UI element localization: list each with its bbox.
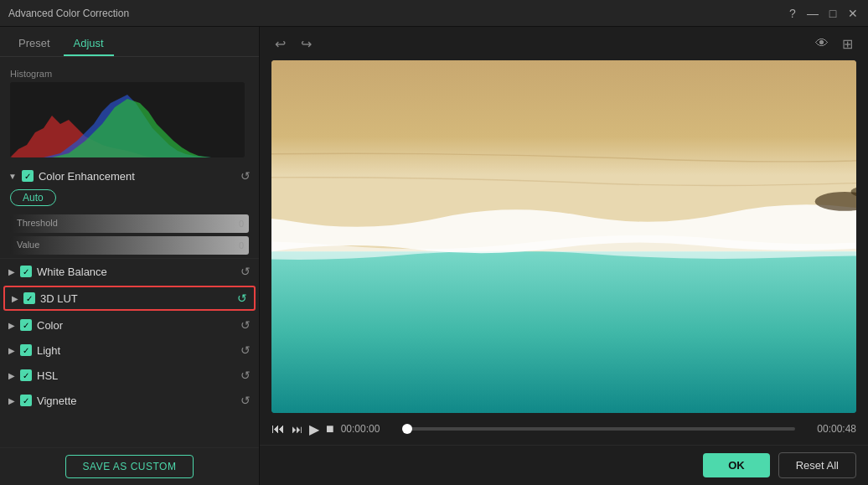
progress-bar[interactable] (402, 427, 795, 431)
light-reset-icon[interactable]: ↺ (240, 343, 251, 357)
color-reset-icon[interactable]: ↺ (240, 318, 251, 332)
white-balance-checkbox[interactable]: ✓ (20, 266, 32, 277)
white-balance-reset-icon[interactable]: ↺ (240, 265, 251, 278)
chevron-icon: ▶ (12, 294, 18, 303)
section-left: ▼ ✓ Color Enhancement (8, 170, 135, 183)
help-button[interactable]: ? (786, 7, 799, 20)
bottom-bar: SAVE AS CUSTOM (0, 447, 259, 485)
color-enhancement-label: Color Enhancement (39, 170, 135, 183)
chevron-icon: ▶ (8, 321, 15, 330)
threshold-value: 0 (239, 219, 244, 229)
toolbar: ↩ ↪ 👁 ⊞ (260, 27, 868, 60)
progress-handle[interactable] (402, 424, 412, 434)
ok-button[interactable]: OK (703, 453, 770, 477)
tab-bar: Preset Adjust (0, 27, 259, 57)
threshold-row: Threshold 0 (10, 214, 249, 233)
value-row: Value 0 (10, 236, 249, 255)
section-3d-lut[interactable]: ▶ ✓ 3D LUT ↺ (5, 287, 254, 309)
tab-preset[interactable]: Preset (8, 32, 60, 56)
redo-button[interactable]: ↪ (297, 34, 315, 54)
white-balance-label: White Balance (37, 266, 107, 278)
vignette-checkbox[interactable]: ✓ (20, 395, 32, 406)
window-controls: ? — □ ✕ (786, 7, 860, 20)
value-value: 0 (239, 240, 244, 250)
time-end: 00:00:48 (802, 423, 856, 435)
svg-rect-1 (271, 251, 856, 413)
histogram-canvas (10, 82, 245, 157)
maximize-button[interactable]: □ (826, 7, 840, 20)
save-as-custom-button[interactable]: SAVE AS CUSTOM (65, 455, 194, 478)
panel-scroll-area[interactable]: Histogram ▼ ✓ Color E (0, 57, 259, 447)
section-vignette[interactable]: ▶ ✓ Vignette ↺ (0, 388, 259, 413)
vignette-reset-icon[interactable]: ↺ (240, 394, 251, 407)
section-hsl[interactable]: ▶ ✓ HSL ↺ (0, 363, 259, 388)
hsl-label: HSL (37, 369, 58, 382)
time-start: 00:00:00 (341, 423, 395, 435)
hsl-checkbox[interactable]: ✓ (20, 369, 32, 381)
3d-lut-label: 3D LUT (40, 292, 78, 305)
play-button[interactable]: ▶ (309, 421, 319, 437)
action-bar: OK Reset All (260, 445, 868, 485)
threshold-slider[interactable]: Threshold 0 (10, 214, 249, 233)
toolbar-left: ↩ ↪ (271, 34, 315, 54)
color-enhancement-checkbox[interactable]: ✓ (22, 170, 34, 182)
minimize-button[interactable]: — (806, 7, 819, 20)
step-back-button[interactable]: ⏭ (292, 423, 302, 436)
threshold-label: Threshold (17, 218, 58, 228)
stop-button[interactable]: ■ (326, 421, 334, 436)
histogram-label: Histogram (10, 69, 249, 79)
light-label: Light (37, 344, 60, 357)
auto-button[interactable]: Auto (10, 189, 56, 206)
color-enhancement-header: ▼ ✓ Color Enhancement ↺ (0, 164, 259, 188)
chevron-icon: ▶ (8, 396, 15, 405)
chevron-icon: ▶ (8, 267, 15, 276)
main-layout: Preset Adjust Histogram (0, 27, 868, 485)
tab-adjust[interactable]: Adjust (64, 32, 114, 56)
light-checkbox[interactable]: ✓ (20, 344, 32, 356)
eye-button[interactable]: 👁 (812, 34, 832, 53)
color-checkbox[interactable]: ✓ (20, 319, 32, 331)
value-label: Value (17, 240, 39, 250)
sections-list: ▶ ✓ White Balance ↺ ▶ ✓ 3D LUT ↺ (0, 258, 259, 413)
section-white-balance[interactable]: ▶ ✓ White Balance ↺ (0, 259, 259, 284)
color-label: Color (37, 319, 63, 332)
section-light[interactable]: ▶ ✓ Light ↺ (0, 338, 259, 363)
chevron-icon[interactable]: ▼ (8, 172, 17, 181)
chevron-icon: ▶ (8, 346, 15, 355)
right-panel: ↩ ↪ 👁 ⊞ (260, 27, 868, 485)
value-slider[interactable]: Value 0 (10, 236, 249, 255)
vignette-label: Vignette (37, 395, 76, 407)
window-title: Advanced Color Correction (8, 8, 129, 19)
3d-lut-reset-icon[interactable]: ↺ (237, 292, 247, 305)
left-panel: Preset Adjust Histogram (0, 27, 260, 485)
playback-bar: ⏮ ⏭ ▶ ■ 00:00:00 00:00:48 (260, 413, 868, 445)
undo-button[interactable]: ↩ (271, 34, 289, 54)
reset-all-button[interactable]: Reset All (778, 452, 856, 478)
titlebar: Advanced Color Correction ? — □ ✕ (0, 0, 868, 27)
rewind-button[interactable]: ⏮ (271, 421, 285, 436)
hsl-reset-icon[interactable]: ↺ (240, 369, 251, 382)
histogram-section: Histogram (0, 64, 259, 164)
beach-image (271, 60, 856, 413)
compare-button[interactable]: ⊞ (839, 34, 856, 54)
color-enhancement-reset-icon[interactable]: ↺ (240, 169, 251, 183)
chevron-icon: ▶ (8, 371, 15, 380)
preview-area (271, 60, 856, 413)
section-color[interactable]: ▶ ✓ Color ↺ (0, 312, 259, 338)
toolbar-right: 👁 ⊞ (812, 34, 856, 54)
close-button[interactable]: ✕ (846, 7, 860, 20)
3d-lut-checkbox[interactable]: ✓ (23, 292, 35, 304)
